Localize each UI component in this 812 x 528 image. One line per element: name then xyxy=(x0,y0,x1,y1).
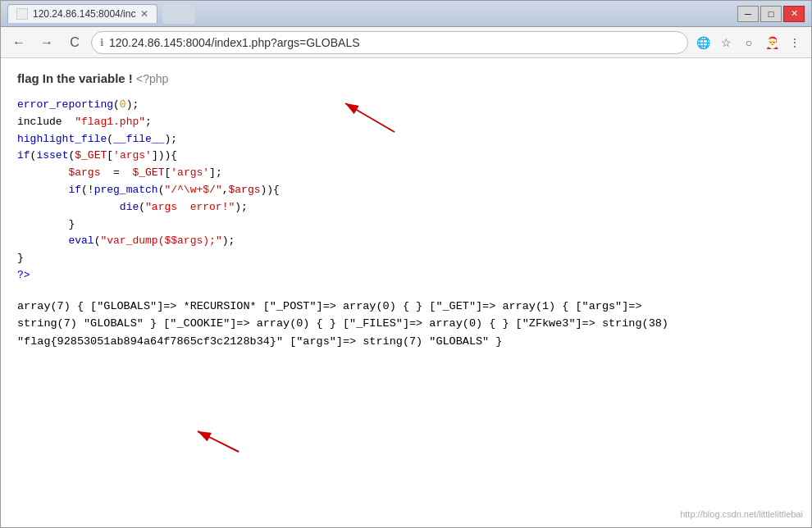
translate-icon[interactable]: 🌐 xyxy=(693,33,713,52)
code-line-5: $args = $_GET['args']; xyxy=(17,165,795,182)
page-title: flag In the variable ! <?php xyxy=(17,71,795,85)
menu-icon[interactable]: ⋮ xyxy=(785,33,805,52)
new-tab-placeholder xyxy=(162,4,195,24)
output-line-3: "flag{92853051ab894a64f7865cf3c2128b34}"… xyxy=(17,333,795,351)
code-line-1: error_reporting(0); xyxy=(17,97,795,114)
titlebar: 120.24.86.145:8004/inc ✕ ─ □ ✕ xyxy=(1,1,811,27)
browser-window: 120.24.86.145:8004/inc ✕ ─ □ ✕ ← → C ℹ 🌐… xyxy=(0,0,812,528)
watermark: http://blog.csdn.net/littlelittlebai xyxy=(680,509,803,519)
window-controls: ─ □ ✕ xyxy=(737,6,805,22)
php-tag: <?php xyxy=(136,72,168,85)
output-line-1: array(7) { ["GLOBALS"]=> *RECURSION* ["_… xyxy=(17,298,795,316)
code-line-closing: ?> xyxy=(17,267,795,284)
tab-title: 120.24.86.145:8004/inc xyxy=(33,8,135,20)
minimize-button[interactable]: ─ xyxy=(737,6,759,22)
forward-button[interactable]: → xyxy=(35,31,58,54)
back-button[interactable]: ← xyxy=(7,31,30,54)
lock-icon: ℹ xyxy=(100,37,104,48)
maximize-button[interactable]: □ xyxy=(760,6,782,22)
close-button[interactable]: ✕ xyxy=(783,6,805,22)
code-line-4: if(isset($_GET['args'])){ xyxy=(17,148,795,165)
page-content: flag In the variable ! <?php error_repor… xyxy=(1,58,811,527)
code-line-6: if(!preg_match("/^\w+$/",$args)){ xyxy=(17,182,795,199)
loading-icon: ○ xyxy=(739,33,759,52)
code-line-3: highlight_file(__file__); xyxy=(17,131,795,148)
code-block: error_reporting(0); include "flag1.php";… xyxy=(17,97,795,284)
tab-close-button[interactable]: ✕ xyxy=(140,8,148,20)
code-line-9: eval("var_dump($$args);"); xyxy=(17,233,795,250)
bookmark-icon[interactable]: ☆ xyxy=(716,33,736,52)
browser-tab[interactable]: 120.24.86.145:8004/inc ✕ xyxy=(7,4,157,23)
profile-icon[interactable]: 🎅 xyxy=(762,33,782,52)
code-line-10: } xyxy=(17,250,795,267)
titlebar-left: 120.24.86.145:8004/inc ✕ xyxy=(7,4,195,24)
address-input[interactable] xyxy=(109,36,679,49)
page-title-text: flag In the variable ! xyxy=(17,71,133,85)
output-block: array(7) { ["GLOBALS"]=> *RECURSION* ["_… xyxy=(17,298,795,351)
refresh-button[interactable]: C xyxy=(63,31,86,54)
svg-line-2 xyxy=(198,431,239,452)
navbar: ← → C ℹ 🌐 ☆ ○ 🎅 ⋮ xyxy=(1,27,811,58)
address-bar-container: ℹ xyxy=(91,31,688,54)
code-line-2: include "flag1.php"; xyxy=(17,114,795,131)
output-line-2: string(7) "GLOBALS" } ["_COOKIE"]=> arra… xyxy=(17,315,795,333)
tab-favicon xyxy=(16,8,28,20)
code-line-7: die("args error!"); xyxy=(17,199,795,216)
code-line-8: } xyxy=(17,216,795,234)
navbar-icons: 🌐 ☆ ○ 🎅 ⋮ xyxy=(693,33,805,52)
